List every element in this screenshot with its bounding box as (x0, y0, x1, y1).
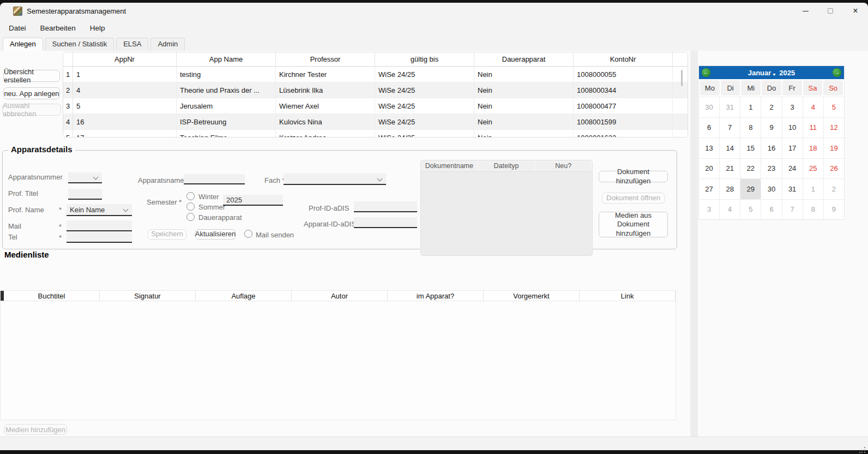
calendar-day[interactable]: 5 (740, 200, 761, 220)
tab-admin[interactable]: Admin (150, 38, 185, 51)
dokument-hinzufuegen-button[interactable]: Dokument hinzufügen (599, 171, 668, 182)
calendar-day[interactable]: 22 (740, 159, 761, 179)
fach-select[interactable] (284, 174, 386, 185)
resize-grip-icon[interactable] (859, 446, 866, 453)
table-cell: Kirchner Tester (276, 67, 375, 82)
calendar-day-header: Mo (700, 80, 720, 95)
speichern-button[interactable]: Speichern (148, 229, 186, 240)
calendar-day[interactable]: 18 (803, 138, 823, 158)
calendar-day[interactable]: 23 (761, 159, 781, 179)
close-button[interactable]: × (843, 3, 868, 19)
tel-field[interactable] (67, 232, 132, 243)
neu-app-anlegen-button[interactable]: neu. App anlegen (3, 87, 60, 99)
calendar-day[interactable]: 17 (782, 138, 803, 158)
calendar-day[interactable]: 8 (740, 118, 761, 138)
calendar-prev-icon[interactable]: ← (702, 68, 710, 77)
calendar-day[interactable]: 1 (740, 97, 761, 117)
row-number: 4 (63, 114, 73, 129)
calendar-day[interactable]: 28 (720, 179, 740, 199)
table-row[interactable]: 517Teaching FilmsKratzer AndreaWiSe 24/2… (63, 130, 688, 138)
calendar-day[interactable]: 1 (803, 179, 823, 199)
calendar-day[interactable]: 30 (761, 179, 781, 199)
calendar-day[interactable]: 25 (803, 159, 823, 179)
apparatsnummer-select[interactable] (68, 172, 102, 183)
calendar-day[interactable]: 12 (824, 118, 844, 138)
calendar-day[interactable]: 7 (782, 200, 803, 220)
medien-hinzufuegen-button[interactable]: Medien hinzufügen (4, 424, 67, 435)
mail-field[interactable] (67, 220, 132, 231)
prof-titel-field[interactable] (68, 189, 102, 200)
apparatsname-field[interactable] (184, 174, 245, 184)
documents-col-header: Neu? (535, 160, 592, 171)
calendar-day[interactable]: 8 (803, 200, 823, 220)
menu-help[interactable]: Help (90, 22, 105, 34)
dauerapparat-radio-label: Dauerapparat (198, 213, 242, 222)
calendar-day[interactable]: 30 (699, 97, 719, 117)
table-row[interactable]: 11testingKirchner TesterWiSe 24/25Nein10… (63, 67, 688, 82)
auswahl-abbrechen-button[interactable]: Auswahl abbrechen (2, 104, 61, 116)
calendar-day[interactable]: 7 (720, 118, 740, 138)
aktualisieren-button[interactable]: Aktualisieren (195, 229, 236, 240)
calendar-day[interactable]: 27 (699, 179, 719, 199)
panel-divider (690, 51, 698, 437)
calendar-day[interactable]: 29 (740, 179, 761, 199)
minimize-button[interactable] (793, 3, 818, 19)
documents-col-header: Dokumentname (421, 160, 478, 171)
calendar-day-header: Sa (803, 80, 823, 95)
winter-radio[interactable] (186, 192, 195, 200)
calendar-day[interactable]: 6 (699, 118, 719, 138)
calendar-day[interactable]: 20 (699, 159, 719, 179)
calendar-day[interactable]: 2 (761, 97, 781, 117)
calendar-day[interactable]: 4 (803, 97, 823, 117)
calendar-day[interactable]: 3 (782, 97, 803, 117)
calendar-day[interactable]: 10 (782, 118, 803, 138)
maximize-button[interactable] (818, 3, 843, 19)
dokument-oeffnen-button[interactable]: Dokument öffnen (602, 193, 665, 204)
prof-name-select[interactable]: Kein Name (67, 204, 132, 216)
prof-id-adis-field[interactable] (354, 201, 417, 212)
calendar-day[interactable]: 24 (782, 159, 803, 179)
calendar-day[interactable]: 9 (824, 200, 844, 220)
table-cell: Teaching Films (177, 130, 276, 138)
mail-senden-checkbox[interactable] (244, 230, 252, 238)
menu-datei[interactable]: Datei (9, 22, 26, 34)
calendar-day[interactable]: 13 (699, 138, 719, 158)
semester-year-field[interactable]: 2025 (223, 195, 283, 206)
medien-aus-dokument-button[interactable]: Medien aus Dokument hinzufügen (599, 212, 668, 237)
calendar-day[interactable]: 31 (720, 97, 740, 117)
calendar-day[interactable]: 6 (761, 200, 781, 220)
medien-col-header: Vorgemerkt (484, 291, 580, 301)
dauerapparat-radio[interactable] (186, 213, 195, 221)
calendar-next-icon[interactable]: → (833, 68, 841, 77)
calendar-day[interactable]: 15 (740, 138, 761, 158)
calendar-day[interactable]: 16 (761, 138, 781, 158)
calendar-day[interactable]: 31 (782, 179, 803, 199)
table-row[interactable]: 35JerusalemWiemer AxelWiSe 24/25Nein1008… (63, 98, 688, 114)
tab-suchen-statistik[interactable]: Suchen / Statistik (45, 38, 114, 51)
tab-elsa[interactable]: ELSA (116, 38, 148, 51)
calendar-day[interactable]: 3 (699, 200, 719, 220)
table-row[interactable]: 24Theorie und Praxis der ...Lüsebrink Il… (63, 82, 688, 98)
calendar-day-headers: MoDiMiDoFrSaSo (699, 79, 844, 97)
calendar-day[interactable]: 19 (824, 138, 844, 158)
tab-anlegen[interactable]: Anlegen (3, 38, 43, 51)
calendar-day[interactable]: 2 (824, 179, 844, 199)
uebersicht-erstellen-button[interactable]: Übersicht erstellen (3, 70, 60, 82)
apps-col-header: Professor (276, 52, 375, 66)
calendar-day[interactable]: 14 (720, 138, 740, 158)
documents-table-header: DokumentnameDateitypNeu? (421, 160, 592, 172)
apparat-id-adis-field[interactable] (354, 217, 417, 228)
calendar-day[interactable]: 26 (824, 159, 844, 179)
calendar-day[interactable]: 4 (720, 200, 740, 220)
calendar-day[interactable]: 9 (761, 118, 781, 138)
calendar-day[interactable]: 5 (824, 97, 844, 117)
calendar-month[interactable]: Januar (748, 69, 771, 77)
calendar-year[interactable]: 2025 (779, 69, 795, 77)
calendar-day[interactable]: 21 (720, 159, 740, 179)
menu-bearbeiten[interactable]: Bearbeiten (40, 22, 76, 34)
scrollbar-thumb[interactable] (681, 70, 683, 86)
calendar-day[interactable]: 11 (803, 118, 823, 138)
medien-table-header: BuchtitelSignaturAuflageAutorim Apparat?… (1, 291, 676, 301)
table-row[interactable]: 416ISP-BetreuungKulovics NinaWiSe 24/25N… (63, 114, 688, 130)
sommer-radio[interactable] (186, 202, 195, 211)
